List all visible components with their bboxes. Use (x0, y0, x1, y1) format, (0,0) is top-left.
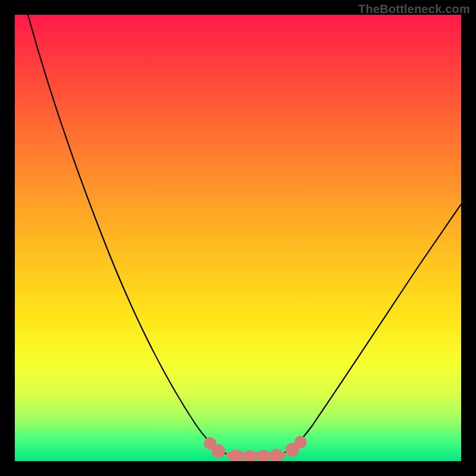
svg-point-6 (246, 453, 253, 461)
svg-point-1 (215, 447, 222, 455)
svg-point-2 (207, 440, 213, 446)
attribution-text: TheBottleneck.com (358, 2, 470, 16)
svg-point-3 (289, 446, 296, 453)
bottleneck-curve (28, 15, 461, 457)
svg-point-8 (273, 452, 280, 459)
highlight-band (207, 439, 303, 461)
svg-point-7 (260, 453, 267, 461)
chart-plot-area (15, 15, 461, 461)
svg-point-4 (298, 439, 303, 445)
chart-frame: TheBottleneck.com (0, 0, 476, 476)
chart-svg (15, 15, 461, 461)
svg-point-5 (233, 453, 240, 460)
